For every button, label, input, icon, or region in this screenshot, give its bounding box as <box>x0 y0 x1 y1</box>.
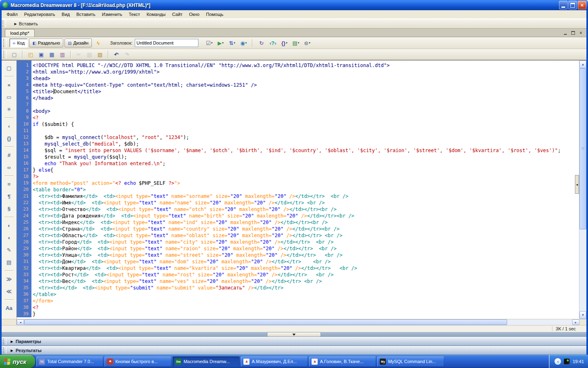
taskbar-button[interactable]: DwMacromedia Dreamw... <box>173 357 240 367</box>
task-app-icon: A <box>312 359 318 365</box>
file-management-button[interactable]: ⇅▾ <box>227 39 237 47</box>
validate-markup-button[interactable]: ☑▾ <box>204 39 214 47</box>
code-text: if ($submit) { <box>31 121 74 128</box>
menu-item-3[interactable]: Вид <box>58 11 73 18</box>
horizontal-scrollbar[interactable]: ◄ ► <box>17 319 579 325</box>
select-parent-tag-button[interactable]: ‹ <box>4 121 14 131</box>
split-view-button[interactable]: ◧ Раздельно <box>29 38 63 47</box>
restore-button[interactable] <box>568 1 577 9</box>
collapse-full-tag-icon: « <box>7 82 10 88</box>
menu-item-8[interactable]: Сайт <box>169 11 186 18</box>
tray-app-icon[interactable] <box>564 359 570 364</box>
open-file-button[interactable]: ◰ <box>26 50 36 58</box>
minimize-button[interactable] <box>559 1 568 9</box>
panel-parameters-header[interactable]: ▶ Параметры <box>2 337 586 346</box>
code-line: 5<title>Document</title> <box>17 88 579 95</box>
highlight-invalid-code-button[interactable]: ‹› <box>4 162 14 173</box>
coding-toolbar: ▢«▭✳‹{}#‹›≡¶§◗◖✎▤≫≪Aa <box>2 61 17 319</box>
close-button[interactable]: × <box>578 1 586 9</box>
format-source-code-button[interactable]: Aa <box>4 303 14 313</box>
new-document-button[interactable]: ▢ <box>9 50 19 58</box>
view-options-button[interactable]: ▤▾ <box>291 39 301 47</box>
scroll-right-button[interactable]: ► <box>572 319 579 325</box>
taskbar-button[interactable]: MyMySQL Command Lin... <box>377 357 444 367</box>
drag-grip[interactable] <box>3 339 7 344</box>
preview-debug-in-browser-button[interactable]: ▶▾ <box>216 39 225 47</box>
horizontal-scrollbar-thumb[interactable] <box>24 319 507 325</box>
indent-code-button[interactable]: ≫ <box>4 274 14 284</box>
panel-collapse-arrow[interactable]: ◄ <box>575 175 579 194</box>
hide-icons-chevron[interactable]: ‹ <box>555 358 561 365</box>
document-title-input[interactable] <box>135 39 198 47</box>
code-line: 32 <tr><td>Квартира</td> <td><input type… <box>17 265 579 272</box>
menu-item-1[interactable]: Файл <box>3 11 21 18</box>
scroll-left-button[interactable]: ◄ <box>17 319 24 325</box>
reference-button[interactable]: ‹?› <box>268 39 278 47</box>
insert-bar-header[interactable]: ▶ Вставить <box>2 19 586 29</box>
vertical-scrollbar[interactable]: ▲ ▼ <box>579 61 586 319</box>
open-documents-button[interactable]: ▢ <box>4 63 14 73</box>
menu-item-7[interactable]: Команды <box>143 11 169 18</box>
panel-splitter[interactable] <box>2 332 586 337</box>
paste-button[interactable]: ▧ <box>95 50 105 58</box>
design-view-button[interactable]: ▤ Дизайн <box>65 38 91 47</box>
scrollbar-track[interactable] <box>24 319 572 325</box>
drag-grip[interactable] <box>2 20 6 27</box>
word-wrap-button[interactable]: ≡ <box>4 179 14 189</box>
code-navigation-button[interactable]: {}▾ <box>279 39 289 47</box>
scroll-down-button[interactable]: ▼ <box>579 311 586 319</box>
document-tab-label: load.php* <box>10 31 29 36</box>
scrollbar-track[interactable] <box>579 229 586 311</box>
collapse-selection-button[interactable]: ▭ <box>4 92 14 102</box>
panel-results-header[interactable]: ▶ Результаты <box>2 346 586 355</box>
dreamweaver-app-icon <box>2 2 9 8</box>
print-code-button[interactable]: ▥ <box>58 50 67 58</box>
line-number: 24 <box>17 213 31 219</box>
drag-grip[interactable] <box>3 51 7 58</box>
document-minimize-button[interactable] <box>562 30 568 36</box>
taskbar-button[interactable]: AА.Головин, В.Ткаче... <box>309 357 376 367</box>
menu-item-5[interactable]: Изменить <box>99 11 126 18</box>
scroll-up-button[interactable]: ▲ <box>579 61 586 68</box>
visual-aids-button[interactable]: ⊙▾ <box>302 39 312 47</box>
line-numbers-button[interactable]: # <box>4 150 14 160</box>
drag-grip[interactable] <box>3 39 7 47</box>
menu-item-10[interactable]: Помощь <box>203 11 227 18</box>
balance-braces-button[interactable]: {} <box>4 133 14 144</box>
menu-item-9[interactable]: Окно <box>186 11 203 18</box>
auto-indent-button[interactable]: § <box>4 204 14 214</box>
save-all-button[interactable]: ▦ <box>47 50 57 58</box>
code-view-button[interactable]: ‹› Код <box>9 38 28 47</box>
code-editor[interactable]: 1<!DOCTYPE html PUBLIC "-//W3C//DTD XHTM… <box>17 61 579 319</box>
outdent-code-button[interactable]: ≪ <box>4 286 14 296</box>
document-toolbar: ‹› Код ◧ Раздельно ▤ Дизайн ϟ Заголовок:… <box>2 37 586 49</box>
live-data-view-button[interactable]: ϟ <box>93 38 104 47</box>
hidden-characters-button[interactable]: ¶ <box>4 191 14 202</box>
line-numbers-icon: # <box>7 152 10 158</box>
drag-grip[interactable] <box>3 348 7 353</box>
refresh-design-view-button[interactable]: ↻ <box>256 39 266 47</box>
taskbar-button[interactable]: TCTotal Commander 7.0... <box>36 357 103 367</box>
apply-comment-button[interactable]: ◗ <box>4 220 14 231</box>
code-line: 2<html xmlns="http://www.w3.org/1999/xht… <box>17 69 579 75</box>
menu-item-6[interactable]: Текст <box>125 11 143 18</box>
start-button[interactable]: пуск <box>0 355 35 368</box>
menu-item-2[interactable]: Редактировать <box>21 11 58 18</box>
collapse-full-tag-button[interactable]: « <box>4 80 14 90</box>
wrap-tag-button[interactable]: ✎ <box>4 245 14 255</box>
preview-in-browser-button[interactable]: ◉▾ <box>238 39 248 47</box>
document-tab[interactable]: load.php* <box>5 29 35 37</box>
remove-comment-button[interactable]: ◖ <box>4 233 14 243</box>
menu-item-4[interactable]: Вставить <box>73 11 99 18</box>
save-file-button[interactable]: ▣ <box>36 50 46 58</box>
taskbar-button[interactable]: ✱Кнопки быстрого в... <box>105 357 172 367</box>
recent-snippets-button[interactable]: ▤ <box>4 257 14 267</box>
vertical-scrollbar-thumb[interactable] <box>579 68 586 229</box>
document-restore-button[interactable] <box>570 30 576 36</box>
expand-all-button[interactable]: ✳ <box>4 104 14 114</box>
document-close-button[interactable]: × <box>578 30 584 36</box>
window-titlebar[interactable]: Macromedia Dreamweaver 8 - [F:\1\сайт\lo… <box>0 0 588 10</box>
taskbar-button[interactable]: AА.Мазуркевич, Д.Ел... <box>241 357 308 367</box>
undo-button[interactable]: ↶ <box>111 50 121 58</box>
collapse-handle[interactable] <box>267 332 321 337</box>
